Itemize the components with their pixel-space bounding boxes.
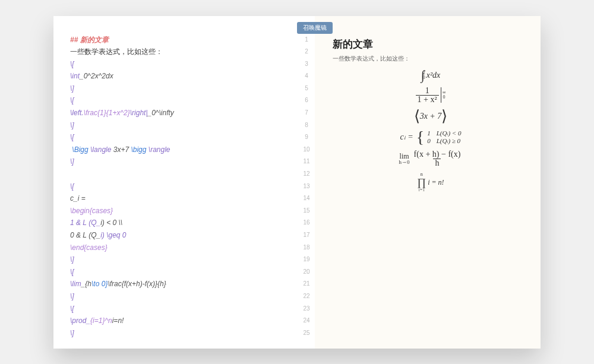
line-number: 4 bbox=[298, 70, 315, 83]
line-number: 5 bbox=[298, 83, 315, 95]
line-number: 25 bbox=[298, 327, 315, 340]
math-product: n∏i=1 i = n! bbox=[333, 172, 529, 192]
line-number: 20 bbox=[298, 266, 315, 278]
code-line[interactable]: \[ bbox=[70, 94, 292, 107]
code-line[interactable]: \] bbox=[70, 327, 292, 340]
code-line[interactable]: ## 新的文章 bbox=[70, 34, 292, 46]
line-number: 17 bbox=[298, 229, 315, 242]
code-line[interactable]: \lim_{h\to 0}\frac{f(x+h)-f(x)}{h} bbox=[70, 278, 292, 290]
line-number: 14 bbox=[298, 192, 315, 205]
editor-code[interactable]: ## 新的文章一些数学表达式，比如这些：\[\int_0^2x^2dx\]\[\… bbox=[53, 16, 298, 349]
line-number: 12 bbox=[298, 168, 315, 181]
line-number: 21 bbox=[298, 278, 315, 290]
line-number: 6 bbox=[298, 94, 315, 107]
editor-gutter: 1234567891011121314151617181920212223242… bbox=[298, 16, 315, 349]
code-line[interactable]: 0 & L (Q_i) \geq 0 bbox=[70, 229, 292, 242]
code-line[interactable]: 一些数学表达式，比如这些： bbox=[70, 46, 292, 58]
code-line[interactable]: c_i = bbox=[70, 192, 292, 205]
code-line[interactable]: \prod_{i=1}^ni=n! bbox=[70, 315, 292, 327]
line-number: 16 bbox=[298, 217, 315, 229]
line-number: 3 bbox=[298, 58, 315, 71]
code-line[interactable]: \left.\frac{1}{1+x^2}\right|_0^\infty bbox=[70, 107, 292, 119]
code-line[interactable]: \[ bbox=[70, 266, 292, 278]
code-line[interactable]: \[ bbox=[70, 58, 292, 71]
preview-subtitle: 一些数学表达式，比如这些： bbox=[333, 55, 529, 63]
editor-pane[interactable]: ## 新的文章一些数学表达式，比如这些：\[\int_0^2x^2dx\]\[\… bbox=[53, 16, 315, 349]
code-line[interactable]: \Bigg \langle 3x+7 \bigg \rangle bbox=[70, 144, 292, 156]
code-line[interactable]: \begin{cases} bbox=[70, 205, 292, 217]
math-cases: cᵢ = { 1L(Qᵢ) < 0 0L(Qᵢ) ≥ 0 bbox=[333, 129, 529, 145]
math-integral: ∫20x²dx bbox=[333, 69, 529, 82]
code-line[interactable]: \] bbox=[70, 119, 292, 132]
line-number: 19 bbox=[298, 254, 315, 266]
code-line[interactable]: \] bbox=[70, 83, 292, 95]
code-line[interactable]: \[ bbox=[70, 181, 292, 193]
line-number: 18 bbox=[298, 242, 315, 254]
preview-title: 新的文章 bbox=[333, 37, 529, 51]
line-number: 22 bbox=[298, 290, 315, 303]
app-window: 召唤魔镜 ## 新的文章一些数学表达式，比如这些：\[\int_0^2x^2dx… bbox=[53, 16, 541, 349]
code-line[interactable]: \] bbox=[70, 254, 292, 266]
line-number: 11 bbox=[298, 156, 315, 168]
math-limit: limh→0 f(x + h) − f(x)h bbox=[333, 150, 529, 167]
code-line[interactable] bbox=[70, 168, 292, 181]
line-number: 23 bbox=[298, 303, 315, 315]
mirror-button[interactable]: 召唤魔镜 bbox=[297, 22, 333, 34]
code-line[interactable]: \int_0^2x^2dx bbox=[70, 70, 292, 83]
preview-pane: 新的文章 一些数学表达式，比如这些： ∫20x²dx 11 + x²∞0 ⟨3x… bbox=[315, 16, 541, 349]
code-line[interactable]: \end{cases} bbox=[70, 242, 292, 254]
line-number: 7 bbox=[298, 107, 315, 119]
math-angle: ⟨3x + 7⟩ bbox=[333, 109, 529, 124]
math-fraction-eval: 11 + x²∞0 bbox=[333, 87, 529, 104]
code-line[interactable]: \[ bbox=[70, 303, 292, 315]
line-number: 15 bbox=[298, 205, 315, 217]
line-number: 24 bbox=[298, 315, 315, 327]
line-number: 10 bbox=[298, 144, 315, 156]
code-line[interactable]: \] bbox=[70, 156, 292, 168]
line-number: 2 bbox=[298, 46, 315, 58]
line-number: 8 bbox=[298, 119, 315, 132]
line-number: 1 bbox=[298, 34, 315, 46]
line-number: 9 bbox=[298, 131, 315, 144]
code-line[interactable]: \] bbox=[70, 290, 292, 303]
line-number: 13 bbox=[298, 181, 315, 193]
code-line[interactable]: 1 & L (Q_i) < 0 \\ bbox=[70, 217, 292, 229]
code-line[interactable]: \[ bbox=[70, 131, 292, 144]
